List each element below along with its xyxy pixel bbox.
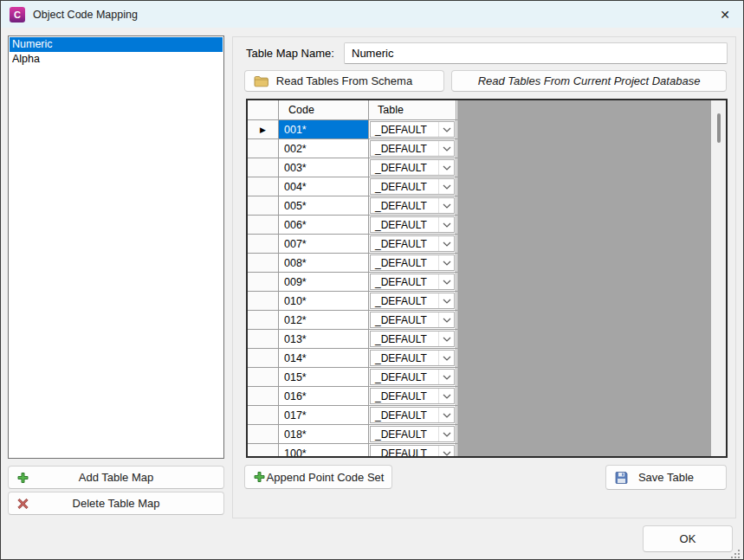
read-tables-from-project-db-button[interactable]: Read Tables From Current Project Databas… [451, 70, 727, 92]
current-row-arrow-icon: ▶ [260, 126, 266, 134]
code-cell[interactable]: 003* [279, 158, 369, 177]
code-cell[interactable]: 004* [279, 177, 369, 196]
row-selector[interactable] [248, 254, 279, 272]
save-icon [615, 471, 628, 484]
save-table-button[interactable]: Save Table [605, 465, 727, 490]
table-combo[interactable]: _DEFAULT [370, 254, 455, 271]
table-cell: _DEFAULT [369, 216, 456, 234]
row-selector[interactable] [248, 216, 279, 234]
table-combo[interactable]: _DEFAULT [370, 312, 455, 328]
table-combo-value: _DEFAULT [371, 427, 438, 441]
code-cell[interactable]: 008* [279, 254, 369, 272]
chevron-down-icon [438, 122, 454, 137]
close-button[interactable]: ✕ [707, 1, 743, 28]
table-combo-value: _DEFAULT [371, 389, 438, 403]
read-tables-from-schema-button[interactable]: Read Tables From Schema [244, 70, 444, 92]
table-combo[interactable]: _DEFAULT [370, 121, 455, 138]
table-combo-value: _DEFAULT [371, 370, 438, 384]
table-row: 005* _DEFAULT [248, 196, 457, 216]
table-combo[interactable]: _DEFAULT [370, 235, 455, 252]
ok-button[interactable]: OK [643, 525, 733, 552]
add-table-map-button[interactable]: Add Table Map [8, 466, 224, 489]
row-selector[interactable] [248, 330, 279, 348]
grid-table: Code Table ▶ 001* _DEFAULT 002* _DEFAULT [248, 100, 457, 458]
row-selector[interactable] [248, 349, 279, 367]
code-cell[interactable]: 015* [279, 368, 369, 386]
code-cell[interactable]: 007* [279, 235, 369, 253]
append-point-code-set-button[interactable]: Append Point Code Set [244, 465, 392, 489]
grid-corner-header[interactable] [248, 100, 279, 119]
table-row: 004* _DEFAULT [248, 177, 457, 196]
table-combo[interactable]: _DEFAULT [370, 426, 455, 442]
table-combo[interactable]: _DEFAULT [370, 407, 455, 423]
add-table-map-label: Add Table Map [79, 471, 154, 484]
table-combo[interactable]: _DEFAULT [370, 274, 455, 290]
code-cell[interactable]: 017* [279, 406, 369, 424]
list-item-alpha[interactable]: Alpha [10, 52, 223, 67]
table-cell: _DEFAULT [369, 254, 456, 272]
list-item-numeric[interactable]: Numeric [10, 37, 223, 52]
code-cell[interactable]: 013* [279, 330, 369, 348]
row-selector[interactable] [248, 158, 279, 177]
table-combo-value: _DEFAULT [371, 446, 438, 458]
delete-table-map-button[interactable]: Delete Table Map [8, 492, 224, 515]
table-combo[interactable]: _DEFAULT [370, 140, 455, 157]
table-row: 014* _DEFAULT [248, 349, 457, 368]
table-combo[interactable]: _DEFAULT [370, 331, 455, 347]
code-cell[interactable]: 006* [279, 216, 369, 234]
code-cell[interactable]: 009* [279, 273, 369, 291]
table-combo[interactable]: _DEFAULT [370, 159, 455, 176]
chevron-down-icon [438, 141, 454, 156]
table-map-name-input[interactable] [344, 42, 728, 64]
table-row: 012* _DEFAULT [248, 311, 457, 330]
table-combo[interactable]: _DEFAULT [370, 350, 455, 366]
table-cell: _DEFAULT [369, 120, 456, 138]
row-selector[interactable] [248, 425, 279, 443]
code-cell[interactable]: 012* [279, 311, 369, 329]
table-combo[interactable]: _DEFAULT [370, 216, 455, 233]
table-combo[interactable]: _DEFAULT [370, 293, 455, 309]
row-selector[interactable] [248, 177, 279, 196]
table-cell: _DEFAULT [369, 349, 456, 367]
table-row: 018* _DEFAULT [248, 425, 457, 444]
table-combo[interactable]: _DEFAULT [370, 445, 455, 458]
code-cell[interactable]: 005* [279, 196, 369, 215]
code-cell[interactable]: 100* [279, 444, 369, 458]
row-selector[interactable] [248, 444, 279, 458]
code-cell[interactable]: 001* [279, 120, 369, 138]
row-selector[interactable] [248, 139, 279, 158]
row-selector[interactable]: ▶ [248, 120, 279, 138]
table-row: 006* _DEFAULT [248, 216, 457, 235]
row-selector[interactable] [248, 273, 279, 291]
table-combo-value: _DEFAULT [371, 141, 438, 156]
code-cell[interactable]: 014* [279, 349, 369, 367]
append-point-code-set-label: Append Point Code Set [267, 471, 385, 484]
row-selector[interactable] [248, 292, 279, 310]
row-selector[interactable] [248, 311, 279, 329]
ok-label: OK [680, 532, 696, 545]
table-combo[interactable]: _DEFAULT [370, 178, 455, 195]
code-cell[interactable]: 016* [279, 387, 369, 405]
row-selector[interactable] [248, 406, 279, 424]
table-combo[interactable]: _DEFAULT [370, 197, 455, 214]
grid-scrollbar[interactable] [711, 100, 726, 456]
read-tables-from-project-db-label: Read Tables From Current Project Databas… [478, 74, 701, 87]
table-cell: _DEFAULT [369, 387, 456, 405]
row-selector[interactable] [248, 235, 279, 253]
read-tables-from-schema-label: Read Tables From Schema [276, 74, 412, 87]
code-cell[interactable]: 018* [279, 425, 369, 443]
scrollbar-thumb[interactable] [717, 113, 721, 143]
column-header-code[interactable]: Code [279, 100, 369, 119]
resize-grip[interactable] [731, 547, 741, 557]
chevron-down-icon [438, 312, 454, 327]
table-combo[interactable]: _DEFAULT [370, 369, 455, 385]
row-selector[interactable] [248, 196, 279, 215]
row-selector[interactable] [248, 387, 279, 405]
column-header-table[interactable]: Table [369, 100, 456, 119]
code-cell[interactable]: 010* [279, 292, 369, 310]
table-combo[interactable]: _DEFAULT [370, 388, 455, 404]
chevron-down-icon [438, 236, 454, 251]
row-selector[interactable] [248, 368, 279, 386]
code-cell[interactable]: 002* [279, 139, 369, 158]
table-map-list[interactable]: NumericAlpha [8, 35, 224, 459]
